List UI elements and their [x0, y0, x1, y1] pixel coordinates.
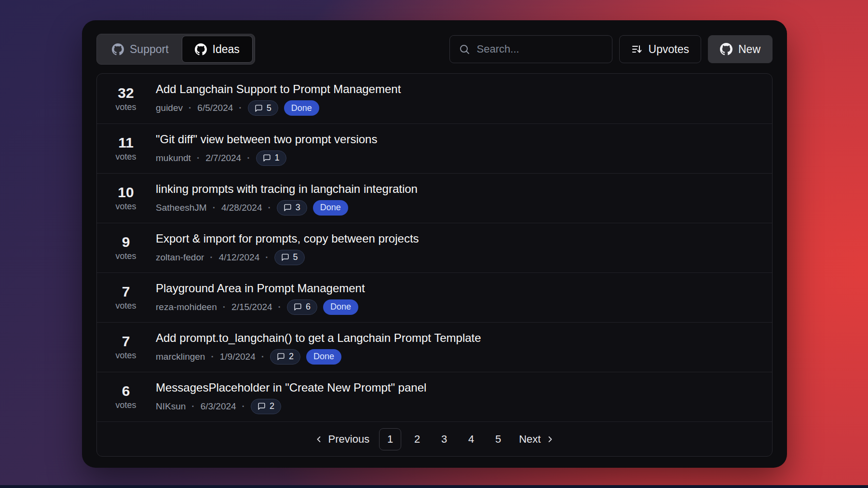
vote-number: 7: [102, 284, 150, 300]
sort-upvotes-button[interactable]: Upvotes: [619, 35, 701, 63]
comment-count: 5: [267, 103, 271, 113]
item-author: mukundt: [156, 153, 191, 163]
list-item[interactable]: 9 votes Export & import for prompts, cop…: [97, 223, 772, 272]
vote-count-block: 11 votes: [102, 135, 150, 163]
vote-number: 32: [102, 85, 150, 101]
list-item[interactable]: 10 votes linking prompts with tracing in…: [97, 173, 772, 223]
comment-icon: [284, 203, 292, 212]
item-author: SatheeshJM: [156, 203, 207, 213]
list-item[interactable]: 32 votes Add Langchain Support to Prompt…: [97, 74, 772, 123]
dot-separator: ·: [278, 302, 281, 312]
vote-number: 7: [102, 333, 150, 350]
item-title[interactable]: Export & import for prompts, copy betwee…: [156, 231, 419, 246]
list-item[interactable]: 11 votes "Git diff" view between two pro…: [97, 123, 772, 173]
ideas-panel: 32 votes Add Langchain Support to Prompt…: [96, 73, 773, 457]
comment-count-badge: 2: [251, 399, 281, 414]
comment-icon: [294, 303, 302, 311]
item-meta: mukundt · 2/7/2024 · 1: [156, 150, 377, 166]
item-content: Add Langchain Support to Prompt Manageme…: [150, 81, 401, 116]
item-meta: NIKsun · 6/3/2024 · 2: [156, 399, 426, 414]
dot-separator: ·: [265, 252, 268, 263]
page-button-5[interactable]: 5: [487, 428, 509, 450]
page-button-3[interactable]: 3: [433, 428, 455, 450]
vote-label: votes: [102, 151, 150, 163]
item-author: reza-mohideen: [156, 302, 217, 312]
chevron-right-icon: [545, 434, 555, 444]
vote-count-block: 6 votes: [102, 383, 150, 411]
item-date: 2/7/2024: [205, 153, 241, 163]
dot-separator: ·: [191, 401, 194, 412]
dot-separator: ·: [223, 302, 226, 312]
sort-descending-icon: [631, 43, 643, 55]
comment-count-badge: 5: [248, 100, 278, 116]
dot-separator: ·: [189, 103, 191, 113]
vote-label: votes: [102, 250, 150, 262]
vote-number: 6: [102, 383, 150, 399]
status-badge: Done: [313, 200, 348, 216]
vote-number: 11: [102, 135, 150, 151]
list-item[interactable]: 6 votes MessagesPlaceholder in "Create N…: [97, 372, 772, 421]
item-title[interactable]: MessagesPlaceholder in "Create New Promp…: [156, 380, 426, 395]
toolbar: Support Ideas Upvotes New: [96, 34, 773, 65]
comment-count: 6: [306, 302, 311, 312]
previous-label: Previous: [328, 433, 370, 446]
comment-count-badge: 6: [287, 299, 317, 315]
tab-support[interactable]: Support: [99, 36, 182, 63]
comment-count: 3: [296, 203, 300, 213]
item-title[interactable]: Add prompt.to_langchain() to get a Langc…: [156, 330, 481, 346]
vote-label: votes: [102, 101, 150, 113]
item-content: MessagesPlaceholder in "Create New Promp…: [150, 380, 426, 414]
comment-count-badge: 5: [274, 250, 305, 265]
previous-page-button[interactable]: Previous: [309, 433, 375, 446]
new-idea-button[interactable]: New: [708, 35, 773, 63]
toolbar-actions: Upvotes New: [449, 35, 773, 63]
search-icon: [459, 43, 470, 55]
tab-ideas-label: Ideas: [213, 43, 240, 56]
idea-list: 32 votes Add Langchain Support to Prompt…: [97, 74, 772, 421]
comment-count: 2: [270, 401, 274, 411]
board-tabs: Support Ideas: [96, 34, 255, 65]
comment-count: 5: [293, 252, 298, 262]
github-icon: [112, 43, 124, 55]
item-meta: reza-mohideen · 2/15/2024 · 6 Done: [156, 299, 365, 315]
vote-label: votes: [102, 300, 150, 312]
item-date: 6/3/2024: [201, 401, 236, 412]
vote-label: votes: [102, 201, 150, 212]
item-meta: zoltan-fedor · 4/12/2024 · 5: [156, 250, 419, 265]
vote-count-block: 10 votes: [102, 184, 150, 212]
item-title[interactable]: linking prompts with tracing in langchai…: [156, 181, 418, 197]
dot-separator: ·: [242, 401, 245, 412]
item-date: 1/9/2024: [220, 352, 256, 362]
page-button-2[interactable]: 2: [406, 428, 428, 450]
dot-separator: ·: [261, 352, 264, 362]
search-box[interactable]: [449, 35, 612, 63]
item-title[interactable]: Add Langchain Support to Prompt Manageme…: [156, 81, 401, 97]
sort-button-label: Upvotes: [649, 43, 689, 56]
status-badge: Done: [306, 349, 341, 365]
page-button-1[interactable]: 1: [379, 428, 401, 450]
item-author: NIKsun: [156, 401, 186, 412]
next-page-button[interactable]: Next: [514, 433, 560, 446]
page-button-4[interactable]: 4: [460, 428, 482, 450]
item-date: 4/12/2024: [219, 252, 260, 263]
tab-ideas[interactable]: Ideas: [182, 36, 253, 63]
comment-icon: [263, 154, 271, 162]
comment-count-badge: 1: [256, 150, 286, 166]
next-label: Next: [519, 433, 541, 446]
list-item[interactable]: 7 votes Add prompt.to_langchain() to get…: [97, 322, 772, 372]
comment-icon: [277, 352, 285, 361]
dot-separator: ·: [268, 203, 271, 213]
comment-icon: [255, 104, 263, 112]
search-input[interactable]: [477, 43, 603, 55]
tab-support-label: Support: [130, 43, 169, 56]
item-title[interactable]: Playground Area in Prompt Management: [156, 281, 365, 296]
item-content: Export & import for prompts, copy betwee…: [150, 231, 419, 265]
item-meta: marcklingen · 1/9/2024 · 2 Done: [156, 349, 481, 365]
item-title[interactable]: "Git diff" view between two prompt versi…: [156, 132, 377, 147]
item-content: Add prompt.to_langchain() to get a Langc…: [150, 330, 481, 365]
github-icon: [720, 43, 732, 55]
list-item[interactable]: 7 votes Playground Area in Prompt Manage…: [97, 272, 772, 322]
comment-count: 2: [289, 352, 294, 362]
status-badge: Done: [323, 299, 358, 315]
feedback-board-card: Support Ideas Upvotes New: [82, 20, 787, 468]
